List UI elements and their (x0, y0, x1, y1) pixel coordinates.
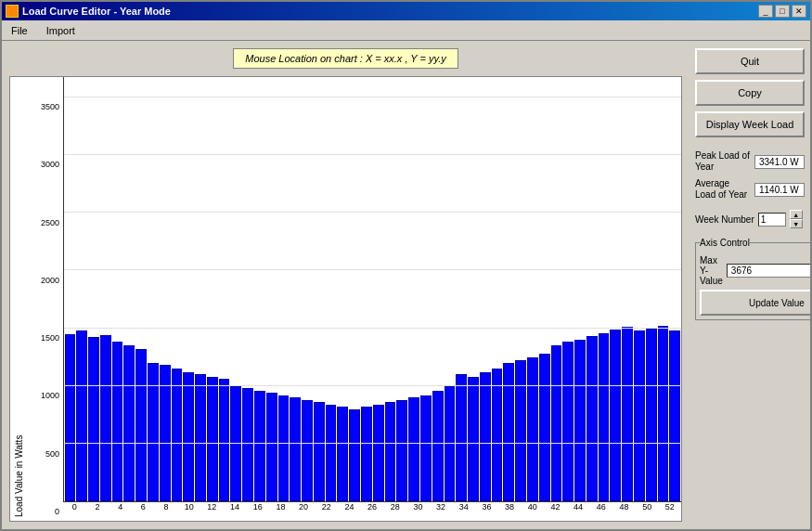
y-tick: 1500 (41, 333, 59, 343)
bar (658, 326, 669, 501)
week-number-label: Week Number (695, 214, 754, 225)
bar (65, 334, 76, 501)
bars-area[interactable] (63, 77, 681, 502)
avg-load-label: Average Load of Year (695, 178, 751, 201)
bar (646, 329, 657, 501)
bar (669, 330, 680, 501)
y-tick: 3000 (41, 160, 59, 169)
y-tick: 3500 (41, 102, 59, 111)
y-tick: 500 (45, 449, 59, 459)
y-tick: 1000 (41, 391, 59, 400)
grid-line (64, 212, 681, 213)
x-tick: 26 (361, 502, 384, 521)
avg-load-value: 1140.1 W (754, 183, 805, 197)
bar (622, 327, 633, 501)
bar (172, 369, 183, 501)
title-bar: Load Curve Editor - Year Mode _ □ ✕ (2, 2, 810, 20)
chart-area: Mouse Location on chart : X = xx.x , Y =… (2, 41, 690, 529)
bar (183, 372, 194, 501)
peak-load-row: Peak Load of Year 3341.0 W (695, 150, 805, 173)
bar (539, 354, 550, 501)
x-tick: 46 (589, 502, 612, 521)
bar (349, 409, 360, 501)
bar (148, 363, 159, 501)
x-tick: 0 (63, 502, 86, 521)
bar (337, 407, 348, 501)
grid-line (64, 443, 681, 444)
bar (492, 369, 503, 501)
bar (195, 374, 206, 501)
x-tick: 22 (315, 502, 338, 521)
x-tick: 50 (636, 502, 659, 521)
max-y-input[interactable] (727, 264, 810, 278)
grid-line (64, 269, 681, 270)
bar (562, 342, 574, 501)
close-button[interactable]: ✕ (792, 5, 806, 18)
y-tick: 2500 (41, 218, 59, 227)
bar (586, 336, 598, 501)
menu-file[interactable]: File (6, 23, 33, 38)
maximize-button[interactable]: □ (775, 5, 790, 18)
x-tick: 12 (200, 502, 224, 521)
bar (480, 372, 491, 501)
bar (420, 395, 432, 501)
bar (112, 342, 123, 501)
x-tick: 32 (430, 502, 453, 521)
avg-load-row: Average Load of Year 1140.1 W (695, 178, 805, 201)
x-tick: 20 (292, 502, 316, 521)
display-week-load-button[interactable]: Display Week Load (695, 111, 805, 137)
quit-button[interactable]: Quit (695, 48, 805, 74)
bar (207, 377, 218, 501)
copy-button[interactable]: Copy (695, 80, 805, 106)
bar (551, 345, 562, 501)
week-number-up[interactable]: ▲ (790, 210, 803, 219)
x-tick: 38 (498, 502, 522, 521)
chart-inner: 3500300025002000150010005000 02468101214… (28, 77, 681, 521)
window-title: Load Curve Editor - Year Mode (22, 6, 171, 17)
x-tick: 14 (224, 502, 247, 521)
x-tick: 42 (544, 502, 567, 521)
info-section: Peak Load of Year 3341.0 W Average Load … (695, 150, 805, 320)
chart-plot: 3500300025002000150010005000 (28, 77, 681, 502)
x-tick: 18 (269, 502, 292, 521)
bar (396, 400, 407, 501)
title-bar-left: Load Curve Editor - Year Mode (6, 5, 171, 18)
bar (254, 391, 265, 501)
y-axis-label: Load Value in Watts (10, 77, 28, 521)
bar (610, 330, 621, 501)
bar (456, 374, 467, 501)
week-number-input[interactable] (758, 213, 786, 227)
x-tick: 30 (406, 502, 430, 521)
main-window: Load Curve Editor - Year Mode _ □ ✕ File… (0, 0, 812, 531)
max-y-label: Max Y-Value (700, 255, 723, 286)
bar (468, 377, 479, 501)
x-tick: 4 (109, 502, 132, 521)
title-bar-controls: _ □ ✕ (758, 5, 806, 18)
bar (88, 337, 99, 501)
bar (76, 330, 87, 501)
bar (302, 400, 313, 501)
mouse-location-display: Mouse Location on chart : X = xx.x , Y =… (233, 48, 458, 69)
minimize-button[interactable]: _ (758, 5, 773, 18)
x-tick: 44 (567, 502, 590, 521)
x-tick: 40 (521, 502, 544, 521)
bar (445, 386, 456, 501)
menu-import[interactable]: Import (41, 23, 81, 38)
y-axis-ticks: 3500300025002000150010005000 (28, 77, 63, 502)
grid-line (64, 328, 681, 329)
x-tick: 48 (612, 502, 636, 521)
bar (326, 405, 337, 501)
x-tick: 6 (132, 502, 155, 521)
week-number-down[interactable]: ▼ (790, 219, 803, 228)
bar (100, 335, 111, 501)
bar (515, 360, 526, 501)
main-content: Mouse Location on chart : X = xx.x , Y =… (2, 41, 810, 529)
bar (574, 340, 586, 501)
bar (361, 407, 372, 501)
app-icon (6, 5, 19, 18)
bar (266, 393, 277, 501)
bar (373, 405, 384, 501)
update-value-button[interactable]: Update Value (700, 290, 810, 316)
bar (527, 357, 538, 501)
x-tick: 52 (658, 502, 681, 521)
